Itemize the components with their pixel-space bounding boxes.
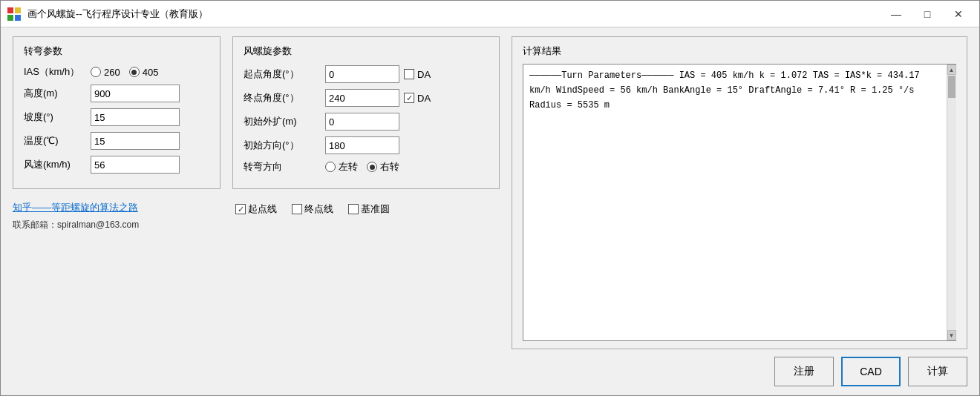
window-title: 画个风螺旋--飞行程序设计专业（教育版） [27,7,881,21]
turn-params-section: 转弯参数 IAS（km/h） 260 405 [13,36,220,189]
svg-rect-2 [7,15,13,21]
svg-rect-1 [15,7,21,13]
bank-label: 坡度(°) [24,110,91,124]
scroll-up-arrow[interactable]: ▲ [947,65,956,75]
end-da-cb[interactable] [404,93,414,103]
middle-panel: 风螺旋参数 起点角度(°） DA 终点角度(°） DA [232,36,500,386]
ias-260-radio[interactable] [91,67,101,77]
initial-expand-label: 初始外扩(m) [244,115,325,128]
turn-dir-row: 转弯方向 左转 右转 [244,160,489,174]
ias-405-option[interactable]: 405 [129,67,159,78]
result-line-6: DraftAngle = 7.41° [748,85,845,96]
start-da-cb[interactable] [404,69,414,79]
ias-row: IAS（km/h） 260 405 [24,65,209,79]
cad-button[interactable]: CAD [841,357,901,386]
action-buttons: 注册 CAD 计算 [512,357,967,386]
start-angle-row: 起点角度(°） DA [244,65,489,83]
scroll-down-arrow[interactable]: ▼ [947,330,956,340]
start-da-label: DA [417,69,431,80]
ias-260-label: 260 [104,67,120,78]
ias-260-option[interactable]: 260 [91,67,120,78]
turn-right-option[interactable]: 右转 [367,160,399,174]
scroll-thumb[interactable] [948,76,956,98]
start-da-checkbox[interactable]: DA [404,69,431,80]
result-content: ——————Turn Parameters—————— IAS = 405 km… [523,65,947,340]
wind-row: 风速(km/h) 56 [24,156,209,174]
end-line-cb[interactable] [292,204,302,214]
ias-label: IAS（km/h） [24,65,91,79]
altitude-row: 高度(m) 900 [24,85,209,102]
result-line-8: Radius = 5535 m [529,100,610,110]
start-line-cb[interactable] [235,204,246,214]
email-text: 联系邮箱：spiralman@163.com [13,219,220,231]
initial-dir-label: 初始方向(°） [244,139,325,152]
result-line-1: IAS = 405 km/h [679,70,754,81]
start-angle-input[interactable] [325,65,399,83]
right-panel: 计算结果 ——————Turn Parameters—————— IAS = 4… [512,36,967,386]
spiral-params-section: 风螺旋参数 起点角度(°） DA 终点角度(°） DA [232,36,500,189]
turn-dir-label: 转弯方向 [244,160,325,174]
turn-params-title: 转弯参数 [24,44,209,58]
temp-row: 温度(℃) 15 [24,132,209,150]
temp-input[interactable]: 15 [91,132,180,150]
turn-right-label: 右转 [380,160,399,174]
initial-dir-row: 初始方向(°） [244,136,489,154]
turn-left-radio[interactable] [325,162,336,172]
close-button[interactable]: ✕ [944,4,973,24]
start-line-checkbox[interactable]: 起点线 [235,202,277,216]
turn-dir-group: 左转 右转 [325,160,399,174]
spiral-params-title: 风螺旋参数 [244,44,489,58]
initial-expand-input[interactable] [325,113,399,131]
end-da-checkbox[interactable]: DA [404,93,431,104]
ias-405-label: 405 [143,67,159,78]
end-angle-input[interactable] [325,89,399,107]
ias-405-radio[interactable] [129,67,140,77]
window-controls: — □ ✕ [881,4,973,24]
turn-right-radio[interactable] [367,162,377,172]
start-line-label: 起点线 [248,202,277,216]
bank-input[interactable]: 15 [91,108,180,126]
left-panel: 转弯参数 IAS（km/h） 260 405 [13,36,220,386]
result-title: 计算结果 [523,44,956,58]
wind-label: 风速(km/h) [24,158,91,171]
result-textarea-wrapper: ——————Turn Parameters—————— IAS = 405 km… [523,64,956,341]
ias-radio-group: 260 405 [91,67,158,78]
start-angle-label: 起点角度(°） [244,67,325,81]
initial-expand-row: 初始外扩(m) [244,113,489,131]
temp-label: 温度(℃) [24,134,91,148]
result-line-5: BankAngle = 15° [663,85,743,96]
zhihu-link[interactable]: 知乎——等距螺旋的算法之路 [13,202,138,213]
altitude-label: 高度(m) [24,87,91,100]
turn-left-label: 左转 [339,160,358,174]
result-line-4: WindSpeed = 56 km/h [556,85,658,96]
calculate-button[interactable]: 计算 [908,357,967,386]
result-section: 计算结果 ——————Turn Parameters—————— IAS = 4… [512,36,967,349]
result-line-2: k = 1.072 [760,70,808,81]
end-line-label: 终点线 [304,202,333,216]
base-circle-checkbox[interactable]: 基准圆 [348,202,390,216]
result-scrollbar[interactable]: ▲ ▼ [947,65,956,340]
result-line-7: R = 1.25 °/s [850,85,914,96]
link-area: 知乎——等距螺旋的算法之路 联系邮箱：spiralman@163.com [13,201,220,231]
end-angle-row: 终点角度(°） DA [244,89,489,107]
minimize-button[interactable]: — [881,4,911,24]
altitude-input[interactable]: 900 [91,85,180,102]
main-window: 画个风螺旋--飞行程序设计专业（教育版） — □ ✕ 转弯参数 IAS（km/h… [0,0,980,396]
maximize-button[interactable]: □ [912,4,942,24]
scroll-track [947,75,956,330]
turn-left-option[interactable]: 左转 [325,160,358,174]
end-angle-label: 终点角度(°） [244,91,325,105]
svg-rect-0 [7,7,13,13]
base-circle-cb[interactable] [348,204,359,214]
title-bar: 画个风螺旋--飞行程序设计专业（教育版） — □ ✕ [1,1,979,27]
wind-input[interactable]: 56 [91,156,180,174]
end-line-checkbox[interactable]: 终点线 [292,202,333,216]
bottom-checkboxes: 起点线 终点线 基准圆 [232,202,500,216]
result-line-0: ——————Turn Parameters—————— [529,70,673,81]
initial-dir-input[interactable] [325,136,399,154]
register-button[interactable]: 注册 [774,357,834,386]
main-content: 转弯参数 IAS（km/h） 260 405 [1,27,979,395]
app-icon [7,7,22,22]
bank-row: 坡度(°) 15 [24,108,209,126]
base-circle-label: 基准圆 [361,202,390,216]
